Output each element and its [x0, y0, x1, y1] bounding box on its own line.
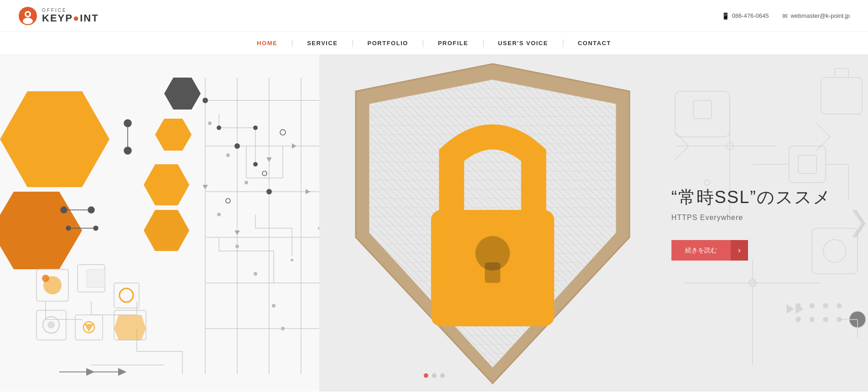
- slide-dot-1[interactable]: [424, 373, 428, 378]
- svg-point-26: [253, 162, 258, 167]
- svg-point-135: [823, 317, 828, 322]
- svg-point-25: [253, 125, 258, 130]
- nav-home[interactable]: HOME: [242, 32, 292, 55]
- svg-point-131: [823, 303, 828, 308]
- phone-number: 086-476-0645: [732, 12, 769, 19]
- nav-users-voice[interactable]: USER'S VOICE: [483, 32, 563, 55]
- contact-info: 📱 086-476-0645 ✉ webmaster@k-point.jp: [722, 12, 850, 20]
- hero-subtitle: HTTPS Everywhere: [671, 214, 832, 222]
- svg-point-121: [749, 279, 756, 287]
- phone-info: 📱 086-476-0645: [722, 12, 769, 20]
- logo-icon: [18, 6, 37, 26]
- read-more-arrow[interactable]: ›: [731, 240, 748, 261]
- svg-point-38: [291, 259, 293, 261]
- hero-section: “常時SSL”のススメ HTTPS Everywhere 続きを読む ›: [0, 55, 868, 392]
- email-icon: ✉: [782, 12, 788, 20]
- svg-point-133: [796, 317, 800, 322]
- svg-point-22: [234, 143, 240, 149]
- header: OFFICE KEYP●INT 📱 086-476-0645 ✉ webmast…: [0, 0, 868, 32]
- svg-point-36: [272, 304, 275, 308]
- logo-text: OFFICE KEYP●INT: [42, 8, 99, 24]
- svg-point-30: [208, 121, 212, 125]
- phone-icon: 📱: [722, 12, 729, 20]
- svg-point-3: [26, 12, 30, 16]
- svg-point-32: [244, 181, 248, 184]
- svg-rect-49: [87, 269, 105, 287]
- nav-portfolio[interactable]: PORTFOLIO: [353, 32, 423, 55]
- slide-dot-2[interactable]: [432, 373, 437, 378]
- svg-rect-112: [485, 262, 500, 283]
- hero-left-panel: [0, 55, 324, 392]
- hero-text-block: “常時SSL”のススメ HTTPS Everywhere 続きを読む ›: [671, 186, 832, 261]
- svg-point-21: [203, 98, 208, 103]
- logo-keypoint-text: KEYP●INT: [42, 13, 99, 24]
- svg-point-134: [810, 317, 814, 322]
- email-address: webmaster@k-point.jp: [790, 12, 850, 19]
- svg-point-2: [23, 18, 33, 24]
- svg-point-54: [47, 321, 55, 329]
- circuit-illustration: [0, 55, 324, 392]
- hero-title: “常時SSL”のススメ: [671, 186, 832, 209]
- svg-point-66: [88, 207, 94, 213]
- svg-point-35: [254, 272, 257, 276]
- svg-point-37: [281, 327, 285, 330]
- read-more-button[interactable]: 続きを読む: [671, 240, 731, 261]
- svg-point-31: [226, 153, 230, 157]
- logo[interactable]: OFFICE KEYP●INT: [18, 6, 99, 26]
- svg-point-130: [810, 303, 814, 308]
- nav-contact[interactable]: CONTACT: [563, 32, 626, 55]
- hero-right-panel: “常時SSL”のススメ HTTPS Everywhere 続きを読む ›: [319, 55, 868, 392]
- svg-point-34: [235, 245, 239, 248]
- svg-marker-59: [114, 315, 146, 340]
- nav-service[interactable]: SERVICE: [292, 32, 352, 55]
- hero-cta: 続きを読む ›: [671, 240, 832, 261]
- email-info: ✉ webmaster@k-point.jp: [782, 12, 850, 20]
- svg-point-132: [837, 303, 842, 308]
- svg-point-23: [266, 189, 272, 194]
- svg-point-33: [217, 213, 221, 216]
- slide-indicators: [424, 373, 445, 378]
- svg-point-47: [42, 275, 49, 282]
- slide-dot-3[interactable]: [440, 373, 445, 378]
- nav-profile[interactable]: PROFILE: [423, 32, 483, 55]
- navigation: HOME SERVICE PORTFOLIO PROFILE USER'S VO…: [0, 32, 868, 55]
- svg-point-69: [94, 226, 98, 230]
- svg-point-72: [124, 147, 131, 154]
- svg-point-24: [217, 125, 221, 130]
